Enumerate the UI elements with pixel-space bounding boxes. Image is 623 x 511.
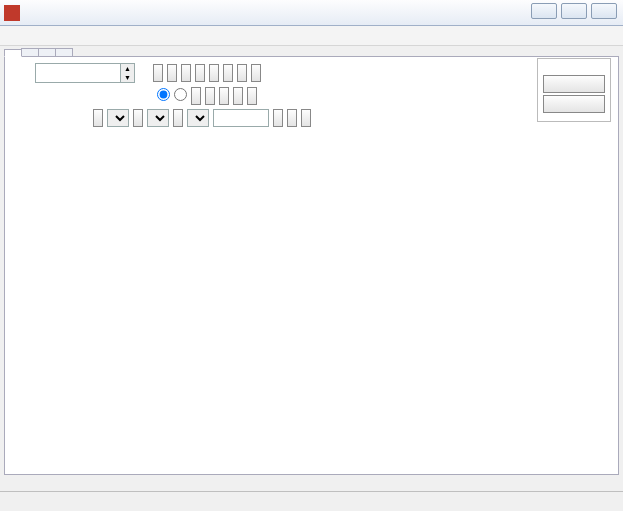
btn-quick-8digit[interactable] (543, 75, 605, 93)
quick-generate-box (537, 58, 611, 122)
select-pinyin-count[interactable] (107, 109, 129, 127)
btn-generate-many[interactable] (251, 64, 261, 82)
btn-english[interactable] (133, 109, 143, 127)
btn-quick-10digit[interactable] (543, 95, 605, 113)
minimize-button[interactable] (531, 3, 557, 19)
btn-add-A-Z[interactable] (195, 64, 205, 82)
hints (13, 141, 610, 195)
btn-lower[interactable] (205, 87, 215, 105)
select-english-count[interactable] (147, 109, 169, 127)
btn-add-symbol[interactable] (209, 64, 219, 82)
btn-surname-pinyin[interactable] (233, 87, 243, 105)
length-input[interactable] (36, 64, 120, 82)
btn-upper[interactable] (219, 87, 229, 105)
radio-all[interactable] (157, 88, 170, 104)
btn-pinyin2[interactable] (301, 109, 311, 127)
spin-down-icon[interactable]: ▼ (120, 73, 134, 82)
tab-phone[interactable] (55, 48, 73, 56)
btn-pinyin[interactable] (93, 109, 103, 127)
spin-up-icon[interactable]: ▲ (120, 64, 134, 73)
radio-19[interactable] (174, 88, 187, 104)
tab-special-birthday[interactable] (38, 48, 56, 56)
btn-surname-pinyin2[interactable] (287, 109, 297, 127)
btn-add-a-z[interactable] (181, 64, 191, 82)
btn-add-0-9[interactable] (167, 64, 177, 82)
btn-weak-pwd[interactable] (173, 109, 183, 127)
btn-symbol[interactable] (247, 87, 257, 105)
tab-strip (4, 48, 619, 57)
menu-bar (0, 26, 623, 46)
title-bar (0, 0, 623, 26)
close-button[interactable] (591, 3, 617, 19)
length-spinner[interactable]: ▲▼ (35, 63, 135, 83)
btn-clear-all[interactable] (223, 64, 233, 82)
select-weak-set[interactable] (187, 109, 209, 127)
tab-normal-dict[interactable] (4, 49, 22, 57)
tab-quick-make[interactable] (21, 48, 39, 56)
btn-prefix[interactable] (273, 109, 283, 127)
btn-surname-initials[interactable] (191, 87, 201, 105)
maximize-button[interactable] (561, 3, 587, 19)
input-prefix[interactable] (213, 109, 269, 127)
work-area: ▲▼ (4, 57, 619, 475)
btn-generate-one[interactable] (237, 64, 247, 82)
app-icon (4, 5, 20, 21)
status-bar (0, 491, 623, 511)
btn-all[interactable] (153, 64, 163, 82)
